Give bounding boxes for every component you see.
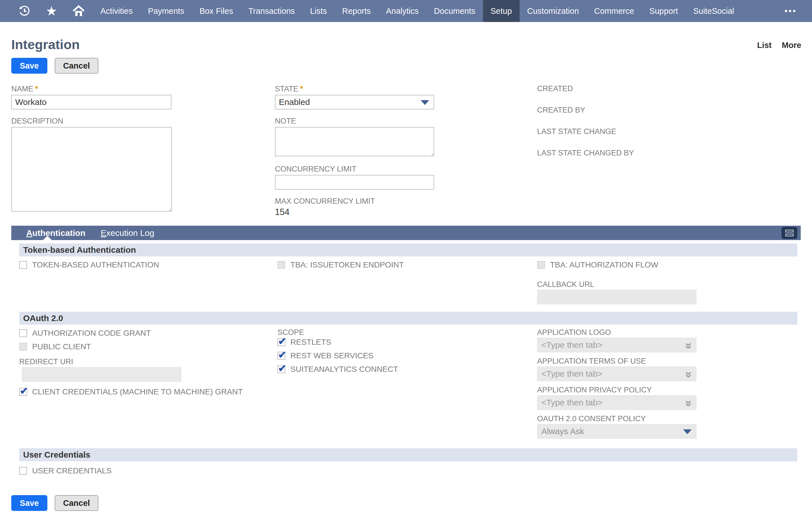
active-tab-pointer [43, 236, 52, 240]
nav-item-analytics[interactable]: Analytics [378, 0, 426, 22]
token-auth-grid: TOKEN-BASED AUTHENTICATION TBA: ISSUETOK… [19, 261, 798, 304]
user-credentials-row: USER CREDENTIALS [19, 466, 798, 476]
cancel-button[interactable]: Cancel [55, 58, 98, 74]
max-concurrency-limit-label: MAX CONCURRENCY LIMIT [275, 197, 434, 205]
list-link[interactable]: List [757, 40, 772, 50]
placeholder-text: <Type then tab> [541, 340, 603, 350]
home-icon-svg [72, 4, 85, 18]
tba-authorization-flow-row: TBA: AUTHORIZATION FLOW [537, 261, 798, 269]
tab-authentication[interactable]: Authentication [19, 228, 93, 238]
nav-item-lists[interactable]: Lists [302, 0, 335, 22]
nav-overflow-button[interactable]: ••• [779, 0, 812, 22]
description-label: DESCRIPTION [11, 117, 172, 125]
placeholder-text: <Type then tab> [541, 369, 603, 379]
application-privacy-policy-input: <Type then tab> » [537, 395, 696, 410]
checkbox-user-credentials[interactable] [19, 467, 27, 475]
checkbox-label: TBA: AUTHORIZATION FLOW [550, 261, 658, 269]
application-terms-of-use-label: APPLICATION TERMS OF USE [537, 357, 798, 365]
checkbox-client-credentials-grant[interactable] [19, 388, 27, 396]
bottom-action-buttons: Save Cancel [0, 495, 812, 516]
oauth-section-header: OAuth 2.0 [19, 312, 798, 325]
star-icon[interactable]: ★ [38, 0, 64, 22]
history-icon[interactable] [11, 0, 38, 22]
concurrency-limit-input[interactable] [275, 175, 434, 190]
application-terms-of-use-input: <Type then tab> » [537, 366, 696, 381]
tba-issuetoken-endpoint-row: TBA: ISSUETOKEN ENDPOINT [278, 261, 537, 269]
list-view-icon[interactable] [782, 227, 798, 239]
scope-label: SCOPE [278, 329, 537, 336]
top-action-buttons: Save Cancel [0, 58, 812, 74]
nav-item-documents[interactable]: Documents [426, 0, 483, 22]
dropdown-arrow-icon [420, 100, 429, 105]
redirect-uri-label: REDIRECT URI [19, 358, 278, 365]
checkbox-label: RESTLETS [290, 338, 331, 347]
double-chevron-icon: » [682, 371, 696, 378]
checkbox-tba-authorization-flow [537, 261, 545, 269]
description-textarea[interactable] [11, 127, 172, 212]
page-header: Integration List More [0, 22, 812, 52]
checkbox-label: REST WEB SERVICES [290, 351, 374, 360]
star-glyph: ★ [46, 0, 57, 22]
created-by-label: CREATED BY [537, 106, 812, 114]
dropdown-arrow-icon [683, 429, 692, 434]
note-textarea[interactable] [275, 127, 434, 156]
checkbox-token-based-authentication[interactable] [19, 261, 27, 269]
checkbox-suiteanalytics-connect[interactable] [278, 365, 285, 373]
client-credentials-row: CLIENT CREDENTIALS (MACHINE TO MACHINE) … [19, 387, 278, 397]
cancel-button-bottom[interactable]: Cancel [55, 495, 98, 511]
oauth-col-left: AUTHORIZATION CODE GRANT PUBLIC CLIENT R… [19, 329, 278, 439]
home-icon[interactable] [64, 0, 93, 22]
nav-item-suitesocial[interactable]: SuiteSocial [686, 0, 742, 22]
token-auth-section-header: Token-based Authentication [19, 243, 798, 256]
save-button-bottom[interactable]: Save [11, 495, 47, 511]
nav-item-setup[interactable]: Setup [483, 0, 520, 22]
placeholder-text: <Type then tab> [541, 398, 603, 407]
application-logo-label: APPLICATION LOGO [537, 329, 798, 336]
callback-url-input [537, 290, 696, 304]
checkbox-authorization-code-grant[interactable] [19, 329, 27, 337]
checkbox-label: USER CREDENTIALS [32, 466, 112, 476]
state-label: STATE* [275, 85, 434, 92]
token-based-authentication-row: TOKEN-BASED AUTHENTICATION [19, 261, 278, 269]
oauth-col-middle: SCOPE RESTLETS REST WEB SERVICES SUITEAN… [278, 329, 537, 439]
form-col-right: CREATED CREATED BY LAST STATE CHANGE LAS… [537, 85, 812, 217]
checkbox-rest-web-services[interactable] [278, 352, 285, 360]
integration-page: ★ Activities Payments Box Files Transact… [0, 0, 812, 516]
checkbox-label: TOKEN-BASED AUTHENTICATION [32, 261, 159, 269]
name-input[interactable] [11, 95, 171, 109]
tab-execution-log[interactable]: Execution Log [93, 228, 162, 238]
header-links: List More [757, 40, 801, 50]
nav-item-transactions[interactable]: Transactions [241, 0, 302, 22]
tab-bar: Authentication Execution Log [11, 226, 801, 240]
concurrency-limit-label: CONCURRENCY LIMIT [275, 165, 434, 173]
redirect-uri-input [22, 367, 181, 382]
suiteanalytics-connect-row: SUITEANALYTICS CONNECT [278, 365, 537, 374]
required-asterisk: * [35, 84, 38, 93]
application-privacy-policy-label: APPLICATION PRIVACY POLICY [537, 386, 798, 393]
state-dropdown[interactable]: Enabled [275, 95, 434, 109]
nav-item-customization[interactable]: Customization [520, 0, 587, 22]
save-button[interactable]: Save [11, 58, 47, 74]
oauth-grid: AUTHORIZATION CODE GRANT PUBLIC CLIENT R… [19, 329, 798, 439]
nav-item-activities[interactable]: Activities [93, 0, 140, 22]
double-chevron-icon: » [682, 400, 696, 407]
tab-content: Token-based Authentication TOKEN-BASED A… [19, 243, 798, 476]
nav-item-box-files[interactable]: Box Files [192, 0, 241, 22]
rest-web-services-row: REST WEB SERVICES [278, 351, 537, 360]
nav-item-support[interactable]: Support [642, 0, 686, 22]
application-logo-input: <Type then tab> » [537, 338, 696, 352]
more-link[interactable]: More [782, 40, 801, 50]
top-navbar: ★ Activities Payments Box Files Transact… [0, 0, 812, 22]
checkbox-label: PUBLIC CLIENT [32, 342, 91, 351]
checkbox-label: AUTHORIZATION CODE GRANT [32, 329, 151, 338]
oauth-consent-policy-label: OAUTH 2.0 CONSENT POLICY [537, 415, 798, 422]
last-state-change-label: LAST STATE CHANGE [537, 128, 812, 135]
public-client-row: PUBLIC CLIENT [19, 342, 278, 351]
nav-item-reports[interactable]: Reports [335, 0, 378, 22]
oauth-consent-policy-dropdown: Always Ask [537, 424, 696, 439]
checkbox-restlets[interactable] [278, 338, 285, 346]
nav-item-commerce[interactable]: Commerce [586, 0, 642, 22]
last-state-changed-by-label: LAST STATE CHANGED BY [537, 149, 812, 157]
nav-item-payments[interactable]: Payments [140, 0, 192, 22]
callback-url-label: CALLBACK URL [537, 281, 798, 288]
